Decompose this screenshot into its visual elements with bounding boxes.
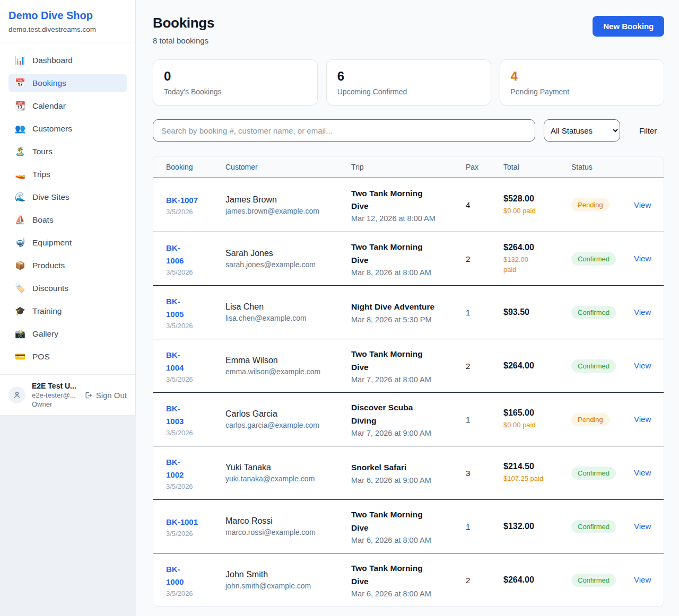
status-badge: Pending <box>571 198 610 212</box>
training-icon: 🎓 <box>15 306 25 316</box>
view-link[interactable]: View <box>634 307 651 316</box>
view-link[interactable]: View <box>634 522 651 531</box>
sign-out-button[interactable]: Sign Out <box>84 391 127 400</box>
cell-total: $214.50 $107.25 paid <box>503 462 571 484</box>
trip-name-line: Two Tank Morning <box>351 241 466 253</box>
trip-datetime: Mar 8, 2026 at 8:00 AM <box>351 268 466 277</box>
cell-customer: Marco Rossi marco.rossi@example.com <box>225 516 351 536</box>
view-link[interactable]: View <box>634 200 651 209</box>
stat-card: 0 Today's Bookings <box>153 59 318 105</box>
booking-link[interactable]: BK-1000 <box>166 563 225 588</box>
sign-out-label: Sign Out <box>96 391 127 400</box>
page-header: Bookings 8 total bookings New Booking <box>153 15 664 45</box>
booking-link[interactable]: BK-1004 <box>166 349 225 374</box>
cell-total: $93.50 <box>503 307 571 317</box>
sidebar-item-customers[interactable]: 👥 Customers <box>8 119 127 138</box>
sidebar-footer: E2E Test U... e2e-tester@... Owner Sign … <box>0 374 135 415</box>
sidebar-item-equipment[interactable]: 🤿 Equipment <box>8 233 127 252</box>
customer-email: john.smith@example.com <box>225 582 351 590</box>
booking-link[interactable]: BK-1003 <box>166 402 225 428</box>
view-link[interactable]: View <box>634 415 651 424</box>
sidebar-item-pos[interactable]: 💳 POS <box>8 347 127 366</box>
stat-label: Pending Payment <box>511 87 654 96</box>
cell-total: $528.00 $0.00 paid <box>503 194 571 216</box>
view-link[interactable]: View <box>634 254 651 263</box>
trip-name-line: Night Dive Adventure <box>351 301 466 313</box>
shop-domain: demo.test.divestreams.com <box>8 25 127 33</box>
sidebar-item-gallery[interactable]: 📸 Gallery <box>8 324 127 343</box>
stat-value: 6 <box>337 69 480 84</box>
total-amount: $93.50 <box>503 307 571 317</box>
cell-pax: 1 <box>466 415 503 424</box>
sidebar-item-discounts[interactable]: 🏷️ Discounts <box>8 279 127 297</box>
customer-email: lisa.chen@example.com <box>225 314 351 322</box>
booking-date: 3/5/2026 <box>166 208 225 216</box>
table-row: BK-1007 3/5/2026 James Brown james.brown… <box>153 178 664 232</box>
booking-link[interactable]: BK-1005 <box>166 295 225 321</box>
sidebar-item-boats[interactable]: ⛵ Boats <box>8 210 127 229</box>
sidebar-item-products[interactable]: 📦 Products <box>8 256 127 275</box>
cell-trip: Discover ScubaDiving Mar 7, 2026 at 9:00… <box>351 401 466 437</box>
dashboard-icon: 📊 <box>15 55 25 65</box>
cell-pax: 2 <box>466 576 503 585</box>
cell-status: Confirmed <box>571 252 634 266</box>
gallery-icon: 📸 <box>15 329 25 339</box>
cell-customer: Carlos Garcia carlos.garcia@example.com <box>225 409 351 429</box>
view-link[interactable]: View <box>634 361 651 370</box>
booking-link[interactable]: BK-1006 <box>166 242 225 267</box>
trip-name-line: Dive <box>351 575 466 588</box>
page-header-text: Bookings 8 total bookings <box>153 15 214 45</box>
booking-link[interactable]: BK-1001 <box>166 516 225 529</box>
sidebar-item-tours[interactable]: 🏝️ Tours <box>8 142 127 161</box>
total-amount: $264.00 <box>503 575 571 585</box>
user-name: E2E Test U... <box>32 382 78 390</box>
trip-name: Two Tank MorningDive <box>351 348 466 373</box>
booking-link[interactable]: BK-1007 <box>166 194 225 207</box>
cell-total: $264.00 <box>503 575 571 585</box>
trip-name-line: Two Tank Morning <box>351 562 466 575</box>
paid-amount: $132.00paid <box>503 254 571 275</box>
booking-link[interactable]: BK-1002 <box>166 456 225 481</box>
cell-view: View <box>634 415 651 424</box>
sidebar-item-calendar[interactable]: 📆 Calendar <box>8 96 127 115</box>
booking-date: 3/5/2026 <box>166 268 225 276</box>
cell-pax: 4 <box>466 200 503 209</box>
discounts-icon: 🏷️ <box>15 283 25 293</box>
sidebar-item-training[interactable]: 🎓 Training <box>8 302 127 320</box>
trip-datetime: Mar 6, 2026 at 8:00 AM <box>351 536 466 544</box>
cell-booking: BK-1006 3/5/2026 <box>166 242 225 276</box>
sidebar-item-dive-sites[interactable]: 🌊 Dive Sites <box>8 188 127 206</box>
sidebar-item-dashboard[interactable]: 📊 Dashboard <box>8 51 127 69</box>
customer-email: marco.rossi@example.com <box>225 528 351 536</box>
view-link[interactable]: View <box>634 468 651 477</box>
paid-amount-line: $107.25 paid <box>503 473 571 484</box>
booking-date: 3/5/2026 <box>166 375 225 383</box>
trip-name-line: Two Tank Morning <box>351 508 466 521</box>
status-filter-select[interactable]: All Statuses <box>544 119 620 142</box>
trip-name-line: Dive <box>351 254 466 267</box>
cell-booking: BK-1007 3/5/2026 <box>166 194 225 216</box>
booking-id-line: BK-1007 <box>166 194 225 207</box>
cell-booking: BK-1004 3/5/2026 <box>166 349 225 383</box>
user-role: Owner <box>32 400 78 408</box>
trip-name: Two Tank MorningDive <box>351 562 466 587</box>
sidebar-item-bookings[interactable]: 📅 Bookings <box>8 74 127 92</box>
stat-card: 4 Pending Payment <box>500 59 665 105</box>
table-row: BK-1003 3/5/2026 Carlos Garcia carlos.ga… <box>153 392 664 446</box>
sidebar-item-trips[interactable]: 🚤 Trips <box>8 165 127 183</box>
filter-button[interactable]: Filter <box>639 126 657 135</box>
search-input[interactable] <box>153 119 535 142</box>
status-badge: Confirmed <box>571 520 616 533</box>
trip-datetime: Mar 12, 2026 at 8:00 AM <box>351 214 466 223</box>
customer-name: Emma Wilson <box>225 356 351 365</box>
cell-pax: 1 <box>466 522 503 531</box>
status-badge: Confirmed <box>571 252 616 266</box>
new-booking-button[interactable]: New Booking <box>593 16 664 37</box>
trip-name-line: Discover Scuba <box>351 401 466 414</box>
trip-datetime: Mar 6, 2026 at 9:00 AM <box>351 476 466 485</box>
sidebar-item-label: Trips <box>32 170 50 179</box>
booking-id-line: BK- <box>166 563 225 576</box>
sidebar-item-label: Boats <box>32 215 54 225</box>
view-link[interactable]: View <box>634 575 651 584</box>
sidebar-item-label: POS <box>32 352 50 362</box>
